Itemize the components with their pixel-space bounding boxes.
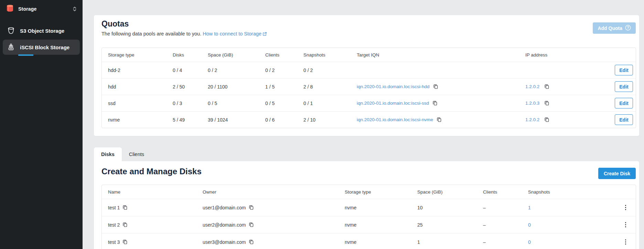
- quota-space: 0 / 5: [208, 101, 265, 106]
- copy-icon[interactable]: [432, 101, 438, 106]
- disk-snapshots-link[interactable]: 0: [528, 222, 531, 228]
- col-header-storage-type: Storage type: [345, 189, 417, 195]
- quota-row: hdd-2 0 / 4 0 / 2 0 / 2 0 / 2 Edit: [102, 62, 636, 78]
- quota-snapshots: 0 / 2: [303, 68, 357, 73]
- disk-row: test 1 user1@domain.com nvme 10 – 1: [102, 199, 636, 216]
- quota-clients: 1 / 5: [265, 84, 303, 90]
- copy-icon[interactable]: [544, 117, 549, 122]
- col-header-space: Space (GiB): [417, 189, 483, 195]
- create-disk-button[interactable]: Create Disk: [598, 168, 636, 179]
- col-header-storage-type: Storage type: [102, 52, 173, 58]
- quota-space: 20 / 1100: [208, 84, 265, 90]
- disk-owner: user1@domain.com: [203, 205, 246, 210]
- copy-icon[interactable]: [544, 84, 549, 89]
- sidebar-nav: S3 Object Storage iSCSI Block Storage: [0, 23, 83, 55]
- sidebar-item-iscsi-block-storage[interactable]: iSCSI Block Storage: [3, 40, 80, 55]
- edit-quota-button[interactable]: Edit: [615, 65, 633, 75]
- how-to-connect-link[interactable]: How to connect to Storage: [203, 31, 261, 37]
- copy-icon[interactable]: [249, 239, 254, 245]
- copy-icon[interactable]: [122, 222, 128, 227]
- col-header-ip-address: IP address: [525, 52, 587, 58]
- quota-disks: 2 / 50: [173, 84, 208, 90]
- disks-table-header: Name Owner Storage type Space (GiB) Clie…: [102, 185, 636, 199]
- disk-clients: –: [483, 222, 528, 228]
- quota-clients: 0 / 6: [265, 117, 303, 123]
- disk-snapshots-link[interactable]: 0: [528, 239, 531, 245]
- bucket-icon: [7, 27, 15, 34]
- quotas-subtitle: The following data pools are available t…: [101, 31, 267, 37]
- svg-text:?: ?: [627, 26, 629, 30]
- disk-storage-type: nvme: [345, 205, 417, 210]
- edit-quota-button[interactable]: Edit: [615, 98, 633, 108]
- sidebar-item-s3-object-storage[interactable]: S3 Object Storage: [3, 23, 80, 38]
- sidebar-item-label: iSCSI Block Storage: [20, 44, 69, 50]
- quota-snapshots: 0 / 1: [303, 101, 357, 106]
- quota-storage-type: hdd-2: [102, 68, 173, 73]
- row-menu-icon[interactable]: [624, 238, 628, 246]
- copy-icon[interactable]: [122, 205, 128, 210]
- disk-name: test 3: [108, 239, 120, 245]
- quota-row: nvme 5 / 49 39 / 1024 0 / 6 2 / 10 iqn.2…: [102, 111, 636, 128]
- storage-logo-icon: [6, 4, 14, 14]
- quota-disks: 0 / 4: [173, 68, 208, 73]
- quota-space: 39 / 1024: [208, 117, 265, 123]
- copy-icon[interactable]: [433, 84, 438, 89]
- disk-snapshots-link[interactable]: 1: [528, 205, 531, 210]
- quota-ip-link[interactable]: 1.2.0.2: [525, 117, 539, 122]
- quota-iqn-link[interactable]: iqn.2020-01.io.domain.loc:iscsi-ssd: [357, 101, 429, 106]
- quota-row: ssd 0 / 3 0 / 5 0 / 5 0 / 1 iqn.2020-01.…: [102, 95, 636, 111]
- disk-name: test 2: [108, 222, 120, 228]
- disk-row: test 2 user2@domain.com nvme 25 – 0: [102, 216, 636, 233]
- quota-clients: 0 / 5: [265, 101, 303, 106]
- quotas-subtitle-text: The following data pools are available t…: [101, 31, 201, 37]
- copy-icon[interactable]: [122, 239, 128, 245]
- disk-space: 1: [417, 239, 483, 245]
- col-header-name: Name: [102, 189, 203, 195]
- col-header-owner: Owner: [203, 189, 345, 195]
- active-item-indicator: [18, 54, 33, 56]
- quotas-table: Storage type Disks Space (GiB) Clients S…: [101, 48, 636, 128]
- quota-row: hdd 2 / 50 20 / 1100 1 / 5 2 / 8 iqn.202…: [102, 78, 636, 95]
- quotas-table-header: Storage type Disks Space (GiB) Clients S…: [102, 48, 636, 62]
- row-menu-icon[interactable]: [624, 221, 628, 229]
- disk-name: test 1: [108, 205, 120, 210]
- disks-clients-tabs: Disks Clients: [94, 147, 151, 161]
- disk-space: 25: [417, 222, 483, 228]
- external-link-icon: [263, 31, 267, 37]
- quota-storage-type: hdd: [102, 84, 173, 90]
- col-header-target-iqn: Target IQN: [357, 52, 525, 58]
- quotas-title: Quotas: [101, 19, 129, 29]
- quota-ip-link[interactable]: 1.2.0.2: [525, 84, 539, 89]
- quota-snapshots: 2 / 8: [303, 84, 357, 90]
- disks-panel: Create and Manage Disks Create Disk Name…: [94, 161, 639, 249]
- row-menu-icon[interactable]: [624, 204, 628, 212]
- copy-icon[interactable]: [249, 222, 254, 227]
- tab-clients[interactable]: Clients: [122, 147, 151, 161]
- col-header-disks: Disks: [173, 52, 208, 58]
- disks-table: Name Owner Storage type Space (GiB) Clie…: [101, 185, 636, 249]
- quota-ip-link[interactable]: 1.2.0.3: [525, 101, 539, 106]
- quota-iqn-link[interactable]: iqn.2020-01.io.domain.loc:iscsi-nvme: [357, 117, 433, 122]
- tab-disks[interactable]: Disks: [94, 147, 122, 161]
- edit-quota-button[interactable]: Edit: [615, 114, 633, 125]
- col-header-space: Space (GiB): [208, 52, 265, 58]
- copy-icon[interactable]: [249, 205, 254, 210]
- edit-quota-button[interactable]: Edit: [615, 81, 633, 92]
- add-quota-button[interactable]: Add Quota ?: [593, 22, 636, 34]
- disk-clients: –: [483, 239, 528, 245]
- col-header-clients: Clients: [483, 189, 528, 195]
- disks-title: Create and Manage Disks: [101, 167, 202, 176]
- disk-storage-type: nvme: [345, 239, 417, 245]
- copy-icon[interactable]: [544, 101, 549, 106]
- disk-owner: user3@domain.com: [203, 239, 246, 245]
- quota-clients: 0 / 2: [265, 68, 303, 73]
- sidebar-header[interactable]: Storage: [0, 0, 83, 18]
- quota-iqn-link[interactable]: iqn.2020-01.io.domain.loc:iscsi-hdd: [357, 84, 430, 89]
- disk-stack-icon: [7, 43, 15, 51]
- disk-row: test 3 user3@domain.com nvme 1 – 0: [102, 233, 636, 249]
- quota-space: 0 / 2: [208, 68, 265, 73]
- copy-icon[interactable]: [437, 117, 442, 122]
- sidebar: Storage S3 Object Storage: [0, 0, 83, 249]
- expand-collapse-icon[interactable]: [72, 6, 77, 12]
- col-header-snapshots: Snapshots: [528, 189, 597, 195]
